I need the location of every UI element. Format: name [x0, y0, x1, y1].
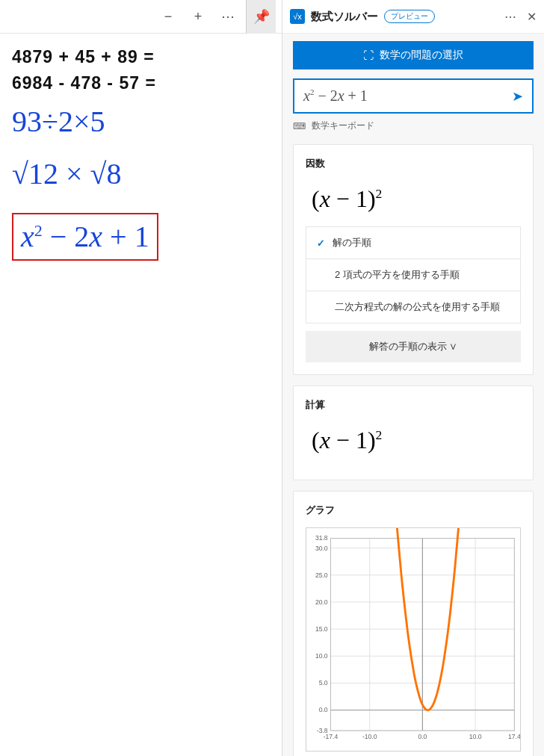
- handwritten-line-2: √12 × √8: [12, 155, 270, 193]
- select-problem-label: 数学の問題の選択: [380, 49, 463, 62]
- svg-text:17.4: 17.4: [508, 733, 520, 740]
- step-solution[interactable]: ✓ 解の手順: [306, 227, 520, 259]
- math-solver-panel: √x 数式ソルバー プレビュー ⋯ ✕ ⛶ 数学の問題の選択 x2 − 2x +…: [282, 0, 544, 756]
- expression-input[interactable]: x2 − 2x + 1 ➤: [293, 78, 534, 114]
- keyboard-label: 数学キーボード: [312, 120, 374, 132]
- show-steps-button[interactable]: 解答の手順の表示 ∨: [306, 331, 521, 362]
- selected-expression[interactable]: x2 − 2x + 1: [12, 213, 158, 261]
- step-list: ✓ 解の手順 2 項式の平方を使用する手順 二次方程式の解の公式を使用する手順: [306, 226, 521, 323]
- expression-text: x2 − 2x + 1: [303, 87, 368, 105]
- factor-card: 因数 (x − 1)2 ✓ 解の手順 2 項式の平方を使用する手順 二次方程式の…: [293, 144, 534, 375]
- svg-text:25.0: 25.0: [315, 571, 328, 579]
- typed-line-2: 6984 - 478 - 57 =: [12, 73, 270, 93]
- step-label-2: 二次方程式の解の公式を使用する手順: [335, 300, 500, 314]
- compute-title: 計算: [306, 398, 521, 412]
- canvas-area[interactable]: 4879 + 45 + 89 = 6984 - 478 - 57 = 93÷2×…: [0, 34, 282, 274]
- graph-title: グラフ: [306, 504, 521, 517]
- keyboard-icon: ⌨: [293, 121, 306, 131]
- compute-card: 計算 (x − 1)2: [293, 385, 534, 480]
- more-button[interactable]: ⋯: [216, 4, 240, 28]
- step-label-1: 2 項式の平方を使用する手順: [335, 268, 460, 282]
- svg-text:31.8: 31.8: [315, 534, 328, 542]
- svg-text:15.0: 15.0: [315, 625, 328, 633]
- math-keyboard-toggle[interactable]: ⌨ 数学キーボード: [293, 120, 534, 132]
- graph-card: グラフ -3.80.05.010.015.020.025.030.031.8-1…: [293, 491, 534, 756]
- step-binomial-square[interactable]: 2 項式の平方を使用する手順: [306, 259, 520, 291]
- factor-title: 因数: [306, 157, 521, 170]
- select-problem-button[interactable]: ⛶ 数学の問題の選択: [293, 41, 534, 69]
- svg-text:10.0: 10.0: [315, 652, 328, 660]
- step-label-0: 解の手順: [333, 236, 371, 250]
- pin-button[interactable]: 📌: [246, 0, 276, 34]
- send-icon[interactable]: ➤: [512, 88, 523, 105]
- canvas-pane: − + ⋯ 📌 4879 + 45 + 89 = 6984 - 478 - 57…: [0, 0, 282, 756]
- panel-title: 数式ソルバー: [311, 10, 378, 24]
- svg-text:10.0: 10.0: [469, 733, 482, 740]
- svg-text:0.0: 0.0: [418, 733, 427, 740]
- svg-text:30.0: 30.0: [315, 545, 328, 552]
- crop-icon: ⛶: [363, 49, 374, 61]
- left-toolbar: − + ⋯ 📌: [0, 0, 282, 34]
- svg-text:-10.0: -10.0: [362, 733, 377, 740]
- typed-line-1: 4879 + 45 + 89 =: [12, 47, 270, 67]
- panel-more-button[interactable]: ⋯: [504, 10, 516, 24]
- svg-text:20.0: 20.0: [315, 598, 328, 606]
- panel-header: √x 数式ソルバー プレビュー ⋯ ✕: [282, 0, 544, 34]
- svg-text:0.0: 0.0: [319, 706, 328, 713]
- math-solver-icon: √x: [290, 9, 305, 24]
- handwritten-line-1: 93÷2×5: [12, 102, 270, 141]
- check-icon: ✓: [317, 238, 325, 249]
- svg-text:-17.4: -17.4: [324, 733, 339, 740]
- factor-result: (x − 1)2: [306, 181, 521, 226]
- zoom-in-button[interactable]: +: [186, 4, 210, 28]
- step-quadratic-formula[interactable]: 二次方程式の解の公式を使用する手順: [306, 291, 520, 323]
- compute-result: (x − 1)2: [306, 422, 521, 468]
- zoom-out-button[interactable]: −: [156, 4, 180, 28]
- svg-text:5.0: 5.0: [319, 679, 328, 687]
- panel-close-button[interactable]: ✕: [527, 10, 537, 24]
- preview-badge: プレビュー: [384, 10, 435, 23]
- graph-plot[interactable]: -3.80.05.010.015.020.025.030.031.8-17.4-…: [306, 527, 521, 752]
